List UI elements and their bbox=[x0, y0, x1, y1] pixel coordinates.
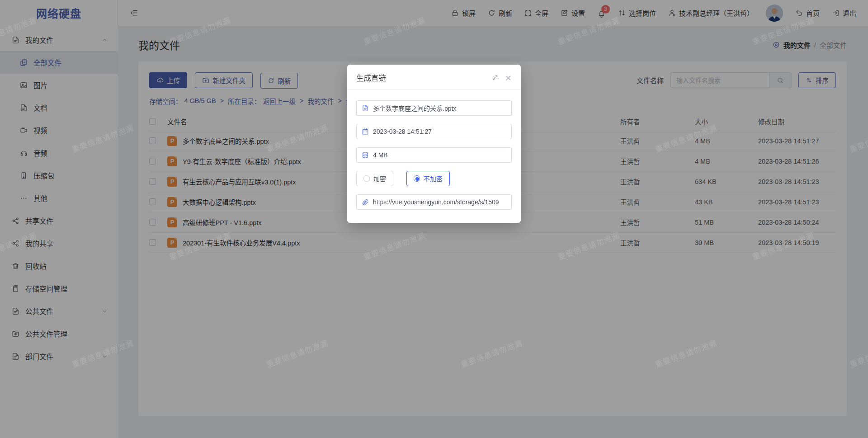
link-file-size-value: 4 MB bbox=[373, 151, 388, 159]
direct-link-field[interactable]: https://vue.youshengyun.com/storage/s/15… bbox=[356, 194, 512, 210]
link-modified-time-value: 2023-03-28 14:51:27 bbox=[373, 128, 432, 135]
file-icon bbox=[362, 104, 369, 112]
link-modified-time-field[interactable]: 2023-03-28 14:51:27 bbox=[356, 124, 512, 139]
database-icon bbox=[362, 151, 369, 159]
maximize-icon[interactable] bbox=[492, 75, 498, 81]
dialog-title: 生成直链 bbox=[356, 72, 386, 83]
encrypt-options: 加密 不加密 bbox=[356, 171, 512, 186]
close-icon[interactable] bbox=[505, 75, 512, 81]
encrypt-label: 加密 bbox=[373, 174, 386, 183]
calendar-icon bbox=[362, 128, 369, 135]
no-encrypt-label: 不加密 bbox=[424, 174, 443, 183]
encrypt-radio[interactable]: 加密 bbox=[356, 171, 393, 186]
radio-selected-icon bbox=[414, 175, 420, 182]
link-file-size-field[interactable]: 4 MB bbox=[356, 147, 512, 163]
generate-link-dialog: 生成直链 多个数字底座之间的关系.pptx 2023-03-28 14:51:2… bbox=[347, 65, 521, 223]
direct-link-value: https://vue.youshengyun.com/storage/s/15… bbox=[373, 198, 499, 206]
link-file-name-field[interactable]: 多个数字底座之间的关系.pptx bbox=[356, 100, 512, 116]
paperclip-icon bbox=[362, 198, 369, 206]
link-file-name-value: 多个数字底座之间的关系.pptx bbox=[373, 104, 456, 113]
no-encrypt-radio[interactable]: 不加密 bbox=[406, 171, 450, 186]
radio-unselected-icon bbox=[363, 175, 370, 182]
